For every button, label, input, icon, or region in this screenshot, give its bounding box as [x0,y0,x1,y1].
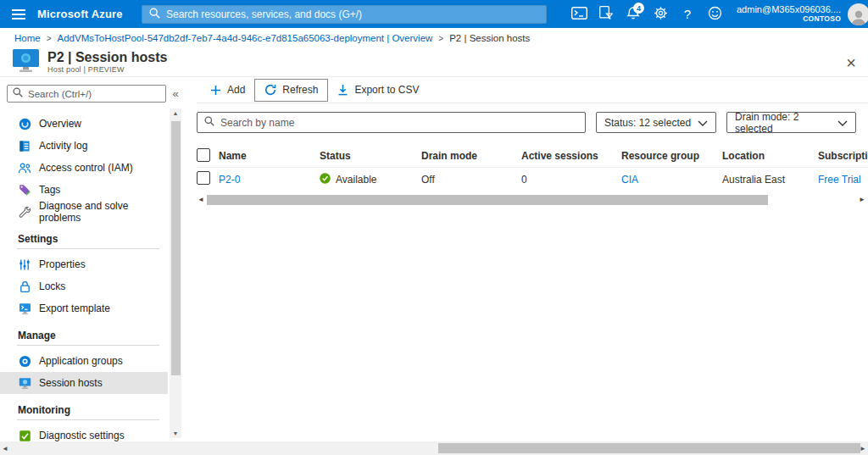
scroll-right-icon[interactable]: ► [858,445,868,452]
command-bar: Add Refresh Export to CSV [197,77,868,103]
page-scrollbar-thumb[interactable] [438,443,860,453]
sidebar-item-tags[interactable]: Tags [0,179,168,201]
refresh-button[interactable]: Refresh [254,79,328,102]
scroll-left-icon[interactable]: ◄ [0,445,10,452]
status-text: Available [336,174,376,186]
drain-mode-filter-dropdown[interactable]: Drain mode: 2 selected [726,112,856,133]
session-hosts-pane: Add Refresh Export to CSV [188,77,868,441]
sidebar-item-activity-log[interactable]: Activity log [0,135,168,157]
settings-button[interactable] [647,0,674,28]
directory-filter-button[interactable] [593,0,620,28]
sidebar-item-locks[interactable]: Locks [0,275,168,297]
close-icon[interactable]: × [846,54,856,71]
sidebar-item-overview[interactable]: Overview [0,113,168,135]
add-button[interactable]: Add [201,79,254,102]
search-by-name-input[interactable] [220,117,578,129]
breadcrumb-current: P2 | Session hosts [449,33,530,43]
chevron-down-icon [698,117,708,129]
notifications-button[interactable]: 4 [620,0,647,28]
select-all-checkbox[interactable] [197,148,210,162]
host-pool-icon [13,49,39,75]
avatar[interactable] [848,3,868,25]
refresh-button-label: Refresh [282,84,318,96]
cloud-shell-icon [571,7,587,22]
directory-filter-icon [599,6,613,22]
breadcrumb-home-link[interactable]: Home [14,33,41,43]
column-header-subscription[interactable]: Subscription [818,150,868,162]
chevron-down-icon [837,117,848,129]
export-csv-button[interactable]: Export to CSV [328,79,428,102]
cloud-shell-button[interactable] [565,0,593,28]
sidebar-item-export-template[interactable]: Export template [0,297,168,319]
sidebar-item-label: Application groups [39,355,123,367]
sidebar-item-label: Export template [39,302,110,314]
feedback-button[interactable] [701,0,728,28]
row-checkbox[interactable] [197,171,210,185]
diagnostic-settings-icon [18,429,31,442]
column-header-resource-group[interactable]: Resource group [621,150,722,162]
properties-icon [18,258,31,271]
sidebar-search-box[interactable] [7,85,166,103]
sidebar-section-monitoring: Monitoring [0,394,168,419]
sidebar-item-label: Locks [39,280,65,292]
hamburger-menu-button[interactable] [0,0,37,28]
column-header-status[interactable]: Status [320,150,421,162]
session-host-link[interactable]: P2-0 [219,174,240,186]
scroll-up-icon[interactable]: ▲ [170,110,181,116]
notification-badge: 4 [633,3,644,14]
scroll-right-icon[interactable]: ► [858,196,866,203]
column-header-location[interactable]: Location [722,150,818,162]
search-by-name-box[interactable] [197,112,586,133]
account-tenant: CONTOSO [737,15,841,24]
search-icon [149,8,160,21]
sidebar-item-diagnose[interactable]: Diagnose and solve problems [0,201,168,223]
status-filter-dropdown[interactable]: Status: 12 selected [596,112,716,133]
table-scrollbar-track[interactable] [205,195,858,205]
activity-log-icon [18,139,31,153]
help-button[interactable]: ? [674,0,701,28]
global-search-box[interactable] [142,5,547,24]
smiley-icon [708,6,722,23]
sidebar-item-access-control[interactable]: Access control (IAM) [0,157,168,179]
scroll-down-icon[interactable]: ▼ [170,430,181,436]
column-header-name[interactable]: Name [219,150,320,162]
subscription-link[interactable]: Free Trial [818,174,861,186]
brand-title: Microsoft Azure [37,8,123,20]
breadcrumb-separator: > [438,34,443,43]
download-icon [337,84,348,96]
sidebar-item-application-groups[interactable]: Application groups [0,350,168,372]
breadcrumb-deployment-link[interactable]: AddVMsToHostPool-547db2df-7eb7-4a4d-946c… [58,33,433,43]
session-hosts-icon [18,376,31,390]
account-menu[interactable]: admin@M365x096036.... CONTOSO [737,4,841,23]
table-horizontal-scrollbar[interactable]: ◄ ► [197,193,868,206]
application-groups-icon [18,354,31,368]
sidebar-section-manage: Manage [0,319,168,345]
sidebar-scrollbar[interactable]: ▲ ▼ [170,108,181,438]
sidebar-collapse-button[interactable]: « [166,87,185,100]
access-control-icon [18,161,31,175]
column-header-active-sessions[interactable]: Active sessions [521,150,621,162]
sidebar-divider [17,248,159,249]
status-filter-label: Status: 12 selected [604,117,691,129]
scroll-left-icon[interactable]: ◄ [197,196,205,203]
azure-top-bar: Microsoft Azure 4 [0,0,868,28]
sidebar-item-session-hosts[interactable]: Session hosts [0,372,168,394]
drain-mode-value: Off [421,174,521,186]
plus-icon [210,85,221,96]
global-search-input[interactable] [166,8,539,20]
sidebar-search-input[interactable] [28,89,160,99]
location-value: Australia East [722,174,818,186]
sidebar-item-label: Properties [39,258,86,270]
sidebar-scrollbar-thumb[interactable] [171,121,181,375]
column-header-drain-mode[interactable]: Drain mode [421,150,521,162]
table-scrollbar-thumb[interactable] [207,195,768,205]
page-horizontal-scrollbar[interactable]: ◄ ► [0,441,868,455]
resource-group-link[interactable]: CIA [621,174,638,186]
sidebar-item-label: Tags [39,184,60,196]
sidebar-item-properties[interactable]: Properties [0,253,168,275]
overview-icon [18,117,31,130]
status-available-icon [320,173,331,186]
session-hosts-table: Name Status Drain mode Active sessions R… [197,145,868,191]
refresh-icon [264,84,276,96]
sidebar-item-label: Diagnostic settings [39,430,125,441]
